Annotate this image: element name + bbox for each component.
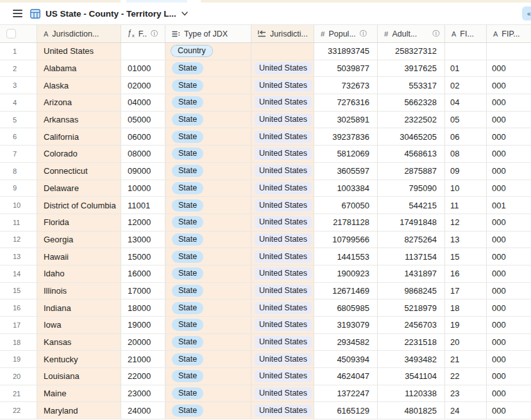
cell-parent-jurisdiction[interactable]: United States	[251, 180, 314, 197]
cell-type-of-jdx[interactable]: State	[165, 334, 251, 351]
cell-fip[interactable]: 000	[487, 214, 531, 231]
cell-fips[interactable]: 01000	[121, 60, 165, 77]
cell-fip[interactable]: 000	[487, 94, 531, 111]
cell-population[interactable]: 10799566	[314, 231, 378, 248]
cell-parent-jurisdiction[interactable]: United States	[251, 299, 314, 316]
cell-adult[interactable]: 2231518	[378, 334, 445, 351]
cell-adult[interactable]: 5218979	[378, 299, 445, 316]
cell-type-of-jdx[interactable]: State	[165, 368, 251, 385]
cell-jurisdiction[interactable]: Arkansas	[37, 112, 121, 128]
cell-fips[interactable]: 19000	[121, 317, 165, 333]
info-icon[interactable]: ⓘ	[151, 30, 158, 38]
cell-fl[interactable]: 15	[445, 248, 487, 265]
cell-adult[interactable]: 544215	[378, 197, 445, 214]
row-number[interactable]: 22	[0, 402, 37, 419]
cell-adult[interactable]: 1120338	[378, 385, 445, 402]
cell-jurisdiction[interactable]: Maryland	[37, 402, 121, 419]
row-number[interactable]: 6	[0, 128, 37, 145]
cell-fl[interactable]: 20	[445, 334, 487, 351]
row-number[interactable]: 3	[0, 77, 37, 94]
cell-population[interactable]: 39237836	[314, 128, 378, 145]
cell-fips[interactable]: 06000	[121, 128, 165, 145]
cell-adult[interactable]: 795090	[378, 180, 445, 197]
menu-icon[interactable]	[13, 10, 22, 17]
cell-fips[interactable]: 05000	[121, 112, 165, 128]
cell-parent-jurisdiction[interactable]: United States	[251, 60, 314, 77]
cell-jurisdiction[interactable]: Alabama	[37, 60, 121, 77]
row-number[interactable]: 7	[0, 146, 37, 162]
cell-fips[interactable]: 24000	[121, 402, 165, 419]
cell-jurisdiction[interactable]: Colorado	[37, 146, 121, 162]
cell-population[interactable]: 4624047	[314, 368, 378, 385]
cell-jurisdiction[interactable]: Idaho	[37, 265, 121, 282]
cell-fl[interactable]: 19	[445, 317, 487, 333]
cell-fip[interactable]: 000	[487, 77, 531, 94]
cell-jurisdiction[interactable]: United States	[37, 43, 121, 60]
cell-fips[interactable]: 20000	[121, 334, 165, 351]
cell-population[interactable]: 1441553	[314, 248, 378, 265]
cell-fips[interactable]: 04000	[121, 94, 165, 111]
cell-fip[interactable]: 000	[487, 112, 531, 128]
cell-parent-jurisdiction[interactable]: United States	[251, 402, 314, 419]
cell-fl[interactable]: 18	[445, 299, 487, 316]
cell-adult[interactable]: 8275264	[378, 231, 445, 248]
cell-adult[interactable]: 2875887	[378, 163, 445, 180]
column-header-fl[interactable]: AFI...	[445, 25, 487, 42]
cell-fip[interactable]	[487, 43, 531, 60]
cell-type-of-jdx[interactable]: State	[165, 265, 251, 282]
cell-type-of-jdx[interactable]: State	[165, 60, 251, 77]
cell-type-of-jdx[interactable]: State	[165, 77, 251, 94]
cell-fl[interactable]	[445, 43, 487, 60]
cell-fl[interactable]: 06	[445, 128, 487, 145]
column-header-parent[interactable]: Jurisdicti...	[251, 25, 314, 42]
cell-fips[interactable]	[121, 43, 165, 60]
cell-adult[interactable]: 3541104	[378, 368, 445, 385]
column-header-type[interactable]: Type of JDX	[165, 25, 251, 42]
cell-type-of-jdx[interactable]: State	[165, 146, 251, 162]
cell-population[interactable]: 1900923	[314, 265, 378, 282]
cell-parent-jurisdiction[interactable]: United States	[251, 146, 314, 162]
cell-jurisdiction[interactable]: Louisiana	[37, 368, 121, 385]
cell-jurisdiction[interactable]: Alaska	[37, 77, 121, 94]
cell-jurisdiction[interactable]: District of Columbia	[37, 197, 121, 214]
cell-adult[interactable]: 4801825	[378, 402, 445, 419]
row-number[interactable]: 21	[0, 385, 37, 402]
cell-type-of-jdx[interactable]: State	[165, 163, 251, 180]
cell-fip[interactable]: 000	[487, 128, 531, 145]
cell-type-of-jdx[interactable]: State	[165, 299, 251, 316]
info-icon[interactable]: ⓘ	[360, 30, 367, 38]
cell-fip[interactable]: 001	[487, 197, 531, 214]
cell-adult[interactable]: 258327312	[378, 43, 445, 60]
cell-jurisdiction[interactable]: Arizona	[37, 94, 121, 111]
row-number[interactable]: 14	[0, 265, 37, 282]
cell-adult[interactable]: 9868245	[378, 283, 445, 299]
cell-population[interactable]: 3193079	[314, 317, 378, 333]
cell-population[interactable]: 732673	[314, 77, 378, 94]
cell-parent-jurisdiction[interactable]: United States	[251, 77, 314, 94]
cell-type-of-jdx[interactable]: State	[165, 128, 251, 145]
cell-parent-jurisdiction[interactable]: United States	[251, 368, 314, 385]
cell-fl[interactable]: 21	[445, 351, 487, 367]
cell-adult[interactable]: 5662328	[378, 94, 445, 111]
cell-fips[interactable]: 13000	[121, 231, 165, 248]
cell-fl[interactable]: 10	[445, 180, 487, 197]
cell-jurisdiction[interactable]: Kentucky	[37, 351, 121, 367]
cell-adult[interactable]: 1137154	[378, 248, 445, 265]
cell-parent-jurisdiction[interactable]: United States	[251, 317, 314, 333]
cell-parent-jurisdiction[interactable]: United States	[251, 334, 314, 351]
cell-parent-jurisdiction[interactable]: United States	[251, 163, 314, 180]
cell-parent-jurisdiction[interactable]	[251, 43, 314, 60]
cell-fip[interactable]: 000	[487, 351, 531, 367]
cell-type-of-jdx[interactable]: State	[165, 231, 251, 248]
cell-fl[interactable]: 04	[445, 94, 487, 111]
cell-fips[interactable]: 08000	[121, 146, 165, 162]
row-number[interactable]: 17	[0, 317, 37, 333]
cell-adult[interactable]: 17491848	[378, 214, 445, 231]
cell-fips[interactable]: 09000	[121, 163, 165, 180]
cell-parent-jurisdiction[interactable]: United States	[251, 265, 314, 282]
cell-fl[interactable]: 11	[445, 197, 487, 214]
cell-population[interactable]: 12671469	[314, 283, 378, 299]
cell-fl[interactable]: 22	[445, 368, 487, 385]
cell-population[interactable]: 3605597	[314, 163, 378, 180]
cell-fip[interactable]: 000	[487, 146, 531, 162]
